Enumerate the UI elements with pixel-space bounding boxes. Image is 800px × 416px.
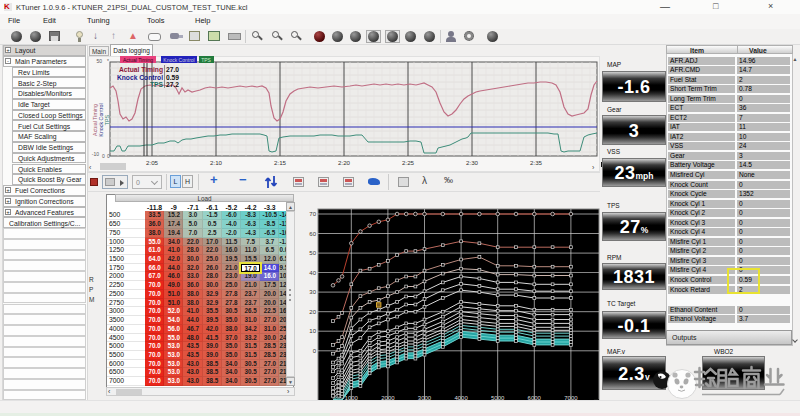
svg-text:2:30: 2:30: [466, 159, 479, 166]
svg-text:20: 20: [309, 309, 316, 315]
svg-text:50: 50: [96, 58, 102, 64]
svg-text:50: 50: [309, 250, 316, 256]
svg-text:2:35: 2:35: [530, 159, 543, 166]
svg-text:0: 0: [107, 153, 110, 159]
svg-text:27.0: 27.0: [166, 66, 179, 73]
svg-text:TPS: TPS: [150, 81, 164, 88]
svg-text:0.59: 0.59: [166, 74, 179, 81]
svg-text:60: 60: [309, 231, 316, 237]
svg-text:TPS: TPS: [201, 57, 211, 63]
svg-text:30: 30: [309, 289, 316, 295]
svg-text:70: 70: [309, 211, 316, 217]
svg-text:27.2: 27.2: [166, 81, 179, 88]
svg-text:2:10: 2:10: [210, 159, 223, 166]
svg-text:Knock Control: Knock Control: [117, 74, 163, 81]
svg-text:40: 40: [309, 270, 316, 276]
svg-text:Actual Timing: Actual Timing: [123, 57, 153, 63]
svg-text:2:20: 2:20: [338, 159, 351, 166]
svg-text:‹: ‹: [89, 164, 92, 171]
svg-text:Knock Control: Knock Control: [163, 57, 194, 63]
svg-text:2:05: 2:05: [146, 159, 159, 166]
svg-text:2:25: 2:25: [402, 159, 415, 166]
svg-text:2:15: 2:15: [274, 159, 287, 166]
svg-text:›: ›: [592, 164, 595, 171]
svg-text:TPS: TPS: [104, 114, 110, 125]
svg-text:10: 10: [309, 328, 316, 334]
svg-text:-10: -10: [92, 151, 99, 157]
svg-text:0: 0: [102, 153, 105, 159]
svg-text:*: *: [107, 58, 109, 64]
svg-text:0: 0: [313, 348, 317, 354]
